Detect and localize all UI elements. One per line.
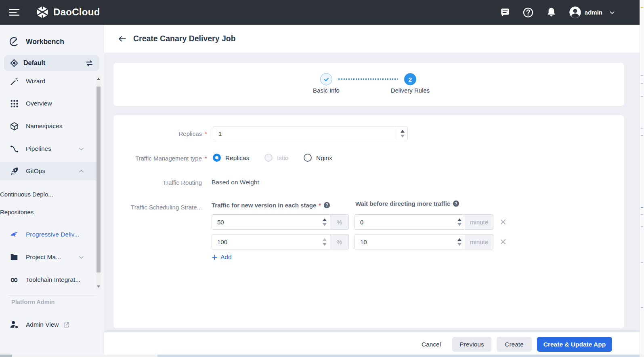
svg-text:?: ? (455, 201, 457, 206)
sidebar-item-label: Namespaces (26, 123, 96, 130)
chevron-down-icon (609, 9, 615, 16)
sidebar-section-workbench[interactable]: Workbench (0, 33, 104, 51)
decrement-button[interactable] (457, 223, 461, 226)
help-circle-icon[interactable]: ? (453, 200, 459, 207)
stage-1-wait-input-group (355, 214, 465, 230)
workbench-label: Workbench (26, 38, 64, 46)
sidebar-item-label: Project Ma... (26, 253, 78, 261)
wait-column-header: Wait before directing more traffic ? (355, 200, 459, 207)
increment-button[interactable] (457, 218, 461, 221)
notifications-bell-icon[interactable] (546, 7, 557, 18)
check-icon (323, 76, 330, 83)
page-title: Create Canary Delivery Job (133, 34, 236, 43)
brand-logo[interactable]: DaoCloud (36, 5, 100, 19)
avatar-icon (569, 6, 581, 19)
workspace-name: Default (23, 59, 85, 67)
decrement-button[interactable] (401, 135, 405, 137)
sidebar-item-pipelines[interactable]: Pipelines (0, 140, 96, 158)
help-circle-icon[interactable]: ? (323, 202, 330, 209)
user-menu[interactable]: admin (569, 6, 615, 19)
increment-button[interactable] (323, 238, 327, 241)
sidebar-scrollbar-thumb[interactable] (96, 87, 101, 273)
step-basic-info-label: Basic Info (294, 87, 359, 94)
stage-1-traffic-input-group (212, 214, 330, 230)
sidebar-item-repositories[interactable]: Repositories (0, 203, 96, 221)
radio-replicas-label: Replicas (225, 154, 249, 162)
chat-icon[interactable] (500, 7, 510, 18)
stage-2-wait-stepper (454, 234, 465, 249)
plus-icon (212, 254, 218, 260)
stage-2-delete-icon[interactable] (499, 238, 507, 245)
radio-nginx[interactable] (304, 154, 312, 162)
sidebar-item-toolchain-integration[interactable]: ∞ Toolchain Integrat... (0, 271, 96, 289)
stage-2-wait-input[interactable] (355, 234, 454, 249)
radio-replicas[interactable] (213, 154, 221, 162)
create-button[interactable]: Create (497, 337, 532, 352)
sidebar-item-admin-view[interactable]: Admin View (0, 317, 96, 333)
stage-1-delete-icon[interactable] (499, 218, 507, 226)
stage-2-traffic-input[interactable] (212, 234, 319, 249)
traffic-management-label: Traffic Management type (113, 155, 202, 162)
horizontal-scrollbar[interactable] (0, 355, 644, 357)
increment-button[interactable] (323, 218, 327, 221)
back-arrow-icon[interactable] (118, 34, 127, 43)
sidebar-item-project-management[interactable]: Project Ma... (0, 248, 96, 266)
stage-1-wait-input[interactable] (355, 215, 454, 229)
window-minimap-scrollbar[interactable] (640, 0, 644, 357)
sidebar-item-gitops[interactable]: GitOps (0, 162, 96, 180)
stage-1-percent-suffix: % (330, 214, 349, 230)
top-header-bar: DaoCloud admin (0, 0, 640, 25)
sidebar-item-progressive-delivery[interactable]: Progressive Deliv... (0, 226, 96, 243)
workspace-selector[interactable]: Default (4, 55, 99, 71)
svg-text:?: ? (325, 203, 328, 207)
page-title-bar: Create Canary Delivery Job (104, 25, 640, 53)
required-mark: * (205, 130, 207, 137)
scroll-up-button[interactable] (96, 76, 101, 82)
stage-1-traffic-stepper (319, 215, 330, 229)
form-footer-bar: Cancel Previous Create Create & Update A… (104, 332, 640, 355)
workspace-icon (10, 59, 19, 68)
stage-1-wait-stepper (454, 215, 465, 229)
stepper-connector (338, 78, 398, 80)
sidebar-item-namespaces[interactable]: Namespaces (0, 117, 96, 135)
stage-2-wait-input-group (355, 234, 465, 249)
sidebar-item-label: Progressive Deliv... (26, 231, 96, 238)
create-and-update-app-button[interactable]: Create & Update App (537, 337, 612, 352)
scroll-down-button[interactable] (96, 284, 101, 289)
sidebar-item-overview[interactable]: Overview (0, 95, 96, 112)
sidebar-item-wizard[interactable]: Wizard (0, 72, 96, 90)
required-mark: * (319, 202, 321, 209)
radio-nginx-label: Nginx (316, 154, 332, 162)
traffic-column-header: Traffic for new version in each stage * … (212, 202, 330, 209)
step-basic-info-circle[interactable] (320, 73, 332, 85)
step-delivery-rules-circle[interactable]: 2 (404, 73, 416, 85)
admin-user-icon (9, 320, 19, 330)
sidebar-item-continuous-deployment[interactable]: Continuous Deplo... (0, 185, 96, 203)
decrement-button[interactable] (457, 243, 461, 246)
help-icon[interactable] (522, 7, 534, 18)
increment-button[interactable] (401, 130, 405, 133)
project-folder-icon (9, 253, 19, 262)
stage-1-traffic-input[interactable] (212, 215, 319, 229)
required-mark: * (205, 155, 207, 162)
increment-button[interactable] (457, 238, 461, 241)
hamburger-menu-icon[interactable] (9, 8, 20, 16)
traffic-scheduling-label: Traffic Scheduling Strate... (113, 204, 202, 211)
sidebar-scrollbar[interactable] (96, 76, 101, 289)
radio-istio[interactable] (264, 154, 273, 162)
sidebar-hscroll-thumb[interactable] (0, 355, 12, 357)
add-stage-button[interactable]: Add (212, 253, 232, 261)
replicas-label: Replicas (113, 130, 202, 137)
namespaces-cube-icon (9, 122, 19, 131)
sidebar-item-label: Repositories (0, 209, 96, 215)
decrement-button[interactable] (323, 243, 327, 246)
brand-name: DaoCloud (53, 6, 100, 18)
replicas-input[interactable] (213, 127, 397, 140)
main-hscroll-thumb[interactable] (157, 355, 640, 357)
decrement-button[interactable] (323, 223, 327, 226)
add-label: Add (220, 253, 232, 261)
switch-workspace-icon[interactable] (85, 59, 94, 68)
previous-button[interactable]: Previous (452, 337, 491, 352)
cancel-button[interactable]: Cancel (417, 337, 445, 352)
sidebar: Workbench Default Wizard Overview Namesp… (0, 25, 104, 355)
